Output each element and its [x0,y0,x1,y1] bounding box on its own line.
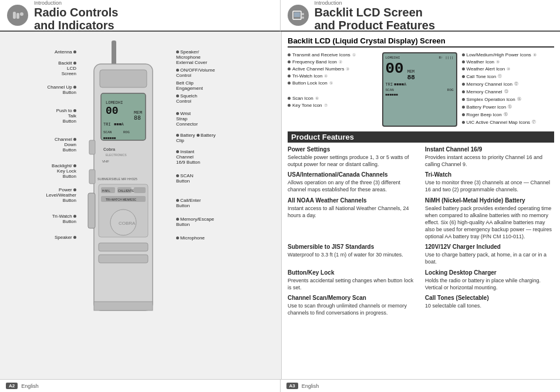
lcd-label-roger-beep: Roger Beep Icon ⑯ [462,111,554,117]
feature-call-tones-title: Call Tones (Selectable) [425,295,554,301]
features-section-title: Product Features [288,131,554,143]
feature-120v-charger-body: Use to charge battery pack, at home, in … [425,251,554,265]
feature-noaa-weather-body: Instant access to all National Weather C… [288,205,417,219]
feature-submersible-title: Submersible to JIS7 Standards [288,244,417,250]
callout-memory-esc: Memory/EscapeButton [176,217,270,227]
svg-rect-25 [88,193,95,228]
lcd-label-weather-alert: Weather Alert Icon ⑩ [462,66,554,72]
callout-call-enter: Call/EnterButton [176,198,270,208]
callout-backlit-lcd: Backlit LCDScreen [0,60,76,76]
callout-scan-btn: SCANButton [176,173,270,184]
radio-controls-icon [7,5,28,26]
callout-channel-down: Channel DownButton [0,137,76,153]
lcd-label-mem-ch-icon: Memory Channel Icon ⑫ [462,81,554,87]
feature-channel-scan: Channel Scan/Memory Scan Use to scan thr… [288,295,417,316]
lcd-label-freq-band: Frequency Band Icon ② [288,59,377,65]
callout-speaker: Speaker [0,235,76,240]
lcd-label-mem-ch: Memory Channel ⑬ [462,89,554,94]
callout-wrist-strap: WristStrapConnector [176,111,270,127]
feature-instant-ch-body: Provides instant access to priority Chan… [425,154,554,168]
svg-text:■■■■■■: ■■■■■■ [103,136,116,140]
lcd-main-digits: 00 [386,61,404,76]
lcd-label-scan-icon: Scan Icon ⑥ [288,96,377,101]
svg-rect-24 [89,170,95,184]
feature-desktop-charger-title: Locking Desktop Charger [425,269,554,276]
right-callouts: Speaker/MicrophoneExternal Cover ON/OFF/… [176,49,270,241]
radio-diagram: Antenna Backlit LCDScreen Channel Up But… [0,32,281,379]
svg-text:VHF: VHF [102,160,109,163]
lcd-label-power-icons: Low/Medium/High Power Icons ⑧ [462,52,554,58]
lcd-label-key-tone: Key Tone Icon ⑦ [288,103,377,108]
svg-text:SCAN: SCAN [103,130,112,134]
lcd-label-uic-icons: UIC Active Channel Map Icons ⑰ [462,119,554,125]
feature-power-settings-title: Power Settings [288,146,417,153]
svg-text:TRI: TRI [103,122,111,127]
callout-push-talk: Push to TalkButton [0,108,76,124]
feature-usa-channels-body: Allows operation on any of the three (3)… [288,179,417,193]
lcd-label-weather-icon: Weather Icon ⑨ [462,59,554,65]
callout-channel-up: Channel Up Button [0,85,76,95]
lcd-display: LOMEDHI R↑ |||| 00 MEM 88 TRI ■■■■A SCAN [382,52,457,127]
right-panel: Backlit LCD (Liquid Crystal Display) Scr… [282,32,560,379]
lcd-diagram-container: Transmit and Receive Icons ① Frequency B… [288,52,554,127]
lcd-label-simplex: Simplex Operation Icon ⑭ [462,96,554,102]
svg-text:■■■A: ■■■A [114,122,124,127]
svg-text:88: 88 [134,115,141,121]
feature-instant-ch: Instant Channel 16/9 Provides instant ac… [425,146,554,168]
callout-battery: Battery BatteryClip [176,133,270,143]
svg-rect-32 [134,187,146,193]
svg-text:ELECTRONICS: ELECTRONICS [106,153,127,157]
main-content: Antenna Backlit LCDScreen Channel Up But… [0,32,560,379]
footer-left-text: English [21,383,39,389]
callout-squelch: SquelchControl [176,93,270,104]
feature-submersible: Submersible to JIS7 Standards Waterproof… [288,244,417,265]
header-left-title-main: Radio Controls and Indicators [34,6,118,32]
lcd-label-battery-icon: Battery Power Icon ⑮ [462,104,554,110]
feature-desktop-charger: Locking Desktop Charger Holds the radio … [425,269,554,291]
feature-power-settings: Power Settings Selectable power settings… [288,146,417,168]
feature-tri-watch: Tri-Watch Use to monitor three (3) chann… [425,171,554,193]
feature-instant-ch-title: Instant Channel 16/9 [425,146,554,153]
feature-channel-scan-title: Channel Scan/Memory Scan [288,295,417,301]
feature-btn-lock: Button/Key Lock Prevents accidental sett… [288,269,417,291]
header-right-title-main: Backlit LCD Screen and Product Features [315,6,436,32]
callout-onoff-volume: ON/OFF/VolumeControl [176,67,270,78]
lcd-label-btn-lock: Button Lock Icon ⑤ [288,80,377,86]
footer-left: A2 English [0,380,281,392]
feature-power-settings-body: Selectable power settings produce 1, 3 o… [288,154,417,168]
radio-illustration: LOMEDHI 00 MEM 88 TRI ■■■A SCAN ROG ■■■■… [76,40,170,379]
lcd-label-active-ch: Active Channel Numbers ③ [288,66,377,72]
footer-right-badge: A3 [286,383,298,389]
feature-tri-watch-body: Use to monitor three (3) channels at onc… [425,179,554,193]
svg-text:LOMEDHI: LOMEDHI [106,100,123,105]
lcd-scan: SCAN [386,88,394,92]
svg-rect-39 [94,302,153,310]
lcd-section-title: Backlit LCD (Liquid Crystal Display) Scr… [288,36,554,48]
feature-nimh-battery-title: NiMH (Nickel-Metal Hydride) Battery [425,197,554,204]
lcd-signal: R↑ |||| [438,56,453,60]
feature-noaa-weather-title: All NOAA Weather Channels [288,197,417,204]
svg-text:TRI-WATCH   MEM/ESC: TRI-WATCH MEM/ESC [106,198,137,201]
callout-antenna: Antenna [0,49,76,55]
lcd-battery: ■■■■■■ [386,93,454,97]
callout-backlight-key: Backlight/ Key LockButton [0,163,76,179]
svg-text:CALL/ENTE: CALL/ENTE [118,189,134,192]
svg-text:SUBMERSIBLE  MR HH325: SUBMERSIBLE MR HH325 [97,177,137,181]
lcd-right-labels: Low/Medium/High Power Icons ⑧ Weather Ic… [462,52,554,127]
svg-text:H-M-L: H-M-L [102,189,110,192]
feature-call-tones: Call Tones (Selectable) 10 selectable ca… [425,295,554,316]
svg-rect-1 [16,13,19,19]
callout-speaker-mic: Speaker/MicrophoneExternal Cover [176,49,270,65]
lcd-label-transmit: Transmit and Receive Icons ① [288,52,377,58]
lcd-label-tri-watch: Tri-Watch Icon ④ [288,73,377,79]
header-right-section: Introduction [315,0,436,6]
footer: A2 English A3 English [0,379,560,392]
lcd-icons: ■■■■A [394,82,406,87]
lcd-screen-icon [288,5,309,26]
header-left-title: Introduction Radio Controls and Indicato… [34,0,118,32]
lcd-left-labels: Transmit and Receive Icons ① Frequency B… [288,52,377,127]
lcd-mem-num: 88 [407,74,415,81]
svg-point-5 [302,13,304,15]
feature-120v-charger: 120V/12V Charger Included Use to charge … [425,244,554,265]
feature-120v-charger-title: 120V/12V Charger Included [425,244,554,250]
